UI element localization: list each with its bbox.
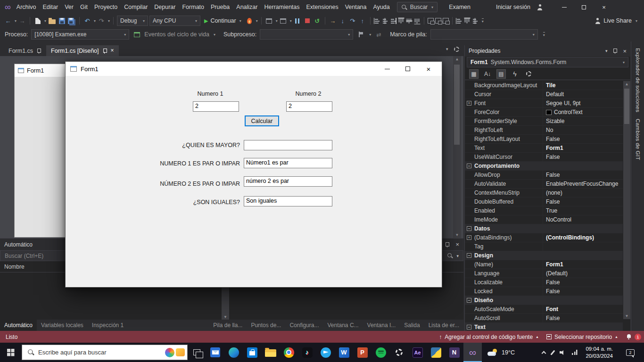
- align-centers-icon[interactable]: [382, 18, 388, 24]
- bottom-tab[interactable]: Puntos de...: [247, 320, 285, 331]
- property-row[interactable]: BackgroundImageLayoutTile: [465, 81, 623, 90]
- property-value[interactable]: False: [546, 136, 560, 142]
- bottom-tab[interactable]: Salida: [400, 320, 424, 331]
- property-row[interactable]: TextForm1: [465, 144, 623, 153]
- property-value[interactable]: Sizable: [546, 118, 564, 124]
- network-icon[interactable]: [572, 350, 578, 355]
- tool-window-icon[interactable]: [279, 16, 288, 25]
- tool-window-icon[interactable]: [265, 16, 273, 25]
- new-file-icon[interactable]: [33, 16, 42, 25]
- property-category[interactable]: −Diseño: [465, 296, 623, 305]
- property-value[interactable]: ControlText: [554, 109, 583, 115]
- chevron-down-icon[interactable]: ▾: [44, 19, 46, 23]
- gear-icon[interactable]: [454, 47, 459, 52]
- side-tab[interactable]: Cambios de GIT: [635, 119, 641, 160]
- property-value[interactable]: False: [546, 198, 560, 205]
- property-row[interactable]: Tag: [465, 242, 623, 251]
- make-same-height-icon[interactable]: [443, 18, 449, 24]
- chevron-down-icon[interactable]: ▾: [456, 254, 459, 258]
- tab-form1-cs[interactable]: Form1.cs: [4, 45, 46, 56]
- bottom-tab[interactable]: Ventana C...: [323, 320, 363, 331]
- object-selector-dropdown[interactable]: Form1 System.Windows.Forms.Form ▾: [467, 57, 628, 67]
- action-center-icon[interactable]: 2: [626, 349, 635, 356]
- collapse-button[interactable]: −: [467, 298, 471, 303]
- property-value[interactable]: Form1: [546, 145, 563, 151]
- bottom-tab[interactable]: Inspección 1: [88, 320, 128, 331]
- bring-to-front-icon[interactable]: [472, 18, 479, 24]
- property-value[interactable]: False: [546, 315, 560, 321]
- toolbar-overflow-icon[interactable]: ▾: [543, 32, 545, 37]
- properties-view-icon[interactable]: ▤: [496, 69, 506, 79]
- stack-frame-dropdown[interactable]: ▾: [430, 29, 538, 40]
- property-category[interactable]: −Comportamiento: [465, 162, 623, 171]
- taskbar-app-store[interactable]: [243, 343, 261, 362]
- property-value[interactable]: EnablePreventFocusChange: [546, 181, 618, 187]
- menu-compilar[interactable]: Compilar: [121, 0, 151, 14]
- collapse-button[interactable]: −: [467, 164, 471, 168]
- taskbar-search-input[interactable]: Escribe aquí para buscar: [22, 345, 188, 360]
- chevron-down-icon[interactable]: ▾: [290, 19, 292, 23]
- bottom-tab[interactable]: Ventana I...: [363, 320, 400, 331]
- show-hidden-icons-icon[interactable]: [541, 351, 546, 355]
- close-icon[interactable]: ×: [455, 241, 459, 247]
- make-same-size-icon[interactable]: [435, 18, 441, 24]
- align-lefts-icon[interactable]: [374, 18, 380, 24]
- property-value[interactable]: False: [546, 172, 560, 178]
- scroll-down-icon[interactable]: ▼: [625, 314, 629, 318]
- bottom-tab[interactable]: Automático: [0, 320, 37, 331]
- thread-dropdown[interactable]: ▾: [260, 29, 353, 40]
- configuration-dropdown[interactable]: Debug▾: [117, 16, 148, 26]
- tab-form1-designer[interactable]: Form1.cs [Diseño] ×: [46, 45, 118, 56]
- pin-icon[interactable]: [612, 48, 618, 54]
- taskbar-app-chrome[interactable]: [280, 343, 298, 362]
- menu-git[interactable]: Git: [77, 0, 91, 14]
- chevron-down-icon[interactable]: ▾: [369, 33, 371, 37]
- taskbar-app-word[interactable]: W: [335, 343, 353, 362]
- undo-icon[interactable]: ↶: [83, 16, 91, 25]
- property-value[interactable]: NoControl: [546, 216, 571, 223]
- designer-scrollbar[interactable]: ▲ ▼: [453, 56, 461, 238]
- property-row[interactable]: AutoValidateEnablePreventFocusChange: [465, 180, 623, 189]
- scrollbar-thumb[interactable]: [624, 89, 629, 124]
- property-value[interactable]: (Default): [546, 270, 568, 277]
- menu-ayuda[interactable]: Ayuda: [370, 0, 393, 14]
- taskbar-app-after-effects[interactable]: Ae: [408, 343, 427, 362]
- lifecycle-events-icon[interactable]: [132, 30, 141, 39]
- property-row[interactable]: RightToLeftLayoutFalse: [465, 135, 623, 144]
- user-icon[interactable]: [537, 4, 543, 10]
- close-icon[interactable]: ×: [111, 48, 114, 54]
- close-button[interactable]: ×: [418, 62, 439, 76]
- save-all-icon[interactable]: [67, 16, 76, 25]
- scroll-up-icon[interactable]: ▲: [625, 82, 629, 86]
- property-row[interactable]: ForeColorControlText: [465, 108, 623, 117]
- property-value[interactable]: Form1: [546, 261, 563, 268]
- taskbar-app-mail[interactable]: [206, 343, 224, 362]
- minimize-button[interactable]: [554, 0, 574, 14]
- chevron-down-icon[interactable]: ▾: [94, 19, 96, 23]
- scroll-up-icon[interactable]: ▲: [455, 57, 459, 61]
- align-bottoms-icon[interactable]: [414, 17, 420, 24]
- form-textbox[interactable]: número 2 es par: [244, 176, 332, 187]
- menu-proyecto[interactable]: Proyecto: [91, 0, 121, 14]
- restart-icon[interactable]: ↺: [313, 16, 322, 25]
- toolbar-overflow-icon[interactable]: ▾: [482, 18, 484, 24]
- property-value[interactable]: True: [546, 207, 557, 214]
- menu-analizar[interactable]: Analizar: [233, 0, 261, 14]
- minimize-button[interactable]: [377, 62, 397, 76]
- bottom-tab[interactable]: Variables locales: [37, 320, 88, 331]
- menu-depurar[interactable]: Depurar: [151, 0, 179, 14]
- property-value[interactable]: False: [546, 288, 560, 295]
- property-value[interactable]: False: [546, 154, 560, 160]
- navigate-back-icon[interactable]: ←: [4, 16, 12, 25]
- expand-button[interactable]: +: [467, 101, 471, 106]
- horizontal-spacing-icon[interactable]: [456, 18, 462, 24]
- close-icon[interactable]: ×: [623, 48, 627, 54]
- make-same-width-icon[interactable]: [428, 18, 434, 24]
- save-icon[interactable]: [58, 16, 66, 25]
- navigate-forward-icon[interactable]: →: [18, 16, 26, 25]
- property-row[interactable]: UseWaitCursorFalse: [465, 153, 623, 162]
- volume-icon[interactable]: [560, 350, 565, 355]
- lifecycle-events-label[interactable]: Eventos del ciclo de vida: [144, 31, 209, 38]
- property-row[interactable]: ContextMenuStrip(none): [465, 189, 623, 197]
- step-into-icon[interactable]: ↓: [339, 16, 347, 25]
